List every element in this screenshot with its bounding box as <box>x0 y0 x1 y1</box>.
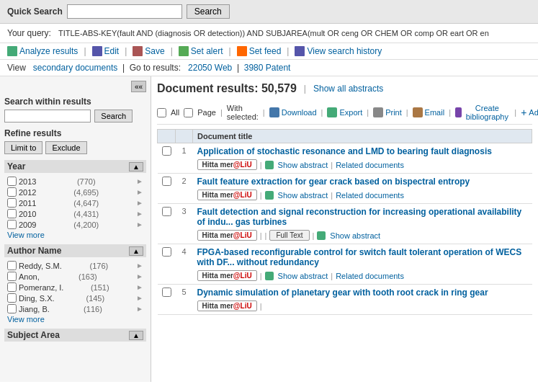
secondary-bar: View secondary documents | Go to results… <box>0 60 538 76</box>
author-arrow-icon: ► <box>136 272 143 280</box>
author-count: (163) <box>79 272 97 281</box>
author-filter-label[interactable]: Pomeranz, I. <box>7 282 63 292</box>
collapse-sidebar-button[interactable]: «« <box>131 81 146 92</box>
limit-to-button[interactable]: Limit to <box>4 141 42 154</box>
bibliography-icon <box>455 107 462 117</box>
doc-title-cell: Application of stochastic resonance and … <box>193 143 532 174</box>
quick-search-bar: Quick Search Search <box>0 0 538 24</box>
year-arrow-icon: ► <box>136 177 143 185</box>
refine-buttons: Limit to Exclude <box>4 141 146 154</box>
author-arrow-icon: ► <box>136 283 143 291</box>
export-icon <box>327 107 337 117</box>
year-count: (4,695) <box>73 188 99 197</box>
hitta-button[interactable]: Hitta mer@LiU <box>197 159 257 170</box>
hitta-button[interactable]: Hitta mer@LiU <box>197 270 257 281</box>
doc-checkbox[interactable] <box>162 288 171 297</box>
year-filter-section: Year ▲ 2013 (770) ► 2012 (4,695) ► 2011 … <box>4 160 146 240</box>
author-filter-label[interactable]: Jiang, B. <box>7 304 50 313</box>
author-toggle-button[interactable]: ▲ <box>129 246 143 256</box>
show-abstract-link[interactable]: Show abstract <box>278 272 328 280</box>
author-filter-label[interactable]: Ding, S.X. <box>7 293 55 303</box>
author-checkbox[interactable] <box>7 261 17 270</box>
view-more-year[interactable]: View more <box>4 231 48 239</box>
year-filter-label[interactable]: 2011 <box>7 198 36 208</box>
show-abstract-link[interactable]: Show abstract <box>330 231 380 240</box>
author-count: (145) <box>86 294 104 303</box>
download-button[interactable]: Download <box>269 107 317 117</box>
author-checkbox[interactable] <box>7 272 17 281</box>
save-link[interactable]: Save <box>145 46 164 56</box>
query-text: TITLE-ABS-KEY(fault AND (diagnosis OR de… <box>58 29 489 37</box>
author-checkbox[interactable] <box>7 293 17 303</box>
viewhistory-link[interactable]: View search history <box>307 46 382 56</box>
doc-checkbox[interactable] <box>162 247 171 257</box>
query-prefix: Your query: <box>7 28 51 38</box>
edit-link[interactable]: Edit <box>104 46 120 56</box>
doc-title-link[interactable]: Fault detection and signal reconstructio… <box>197 207 522 227</box>
related-docs-link[interactable]: Related documents <box>336 191 404 200</box>
setfeed-link[interactable]: Set feed <box>249 46 282 56</box>
web-results-link[interactable]: 22050 Web <box>188 63 232 73</box>
show-abstract-link[interactable]: Show abstract <box>278 161 328 169</box>
hitta-button[interactable]: Hitta mer@LiU <box>197 230 257 241</box>
doc-checkbox[interactable] <box>162 177 171 186</box>
related-docs-link[interactable]: Related documents <box>336 161 404 169</box>
abstract-icon <box>265 191 274 200</box>
year-checkbox[interactable] <box>7 198 17 208</box>
fulltext-button[interactable]: Full Text <box>269 230 309 241</box>
table-header-check <box>158 130 176 143</box>
year-filter-list: 2013 (770) ► 2012 (4,695) ► 2011 (4,647)… <box>4 176 146 230</box>
doc-title-link[interactable]: FPGA-based reconfigurable control for sw… <box>197 247 522 267</box>
exclude-button[interactable]: Exclude <box>45 141 86 154</box>
doc-actions: Hitta mer@LiU | Show abstract| Related d… <box>197 190 528 200</box>
year-filter-label[interactable]: 2010 <box>7 209 36 218</box>
year-checkbox[interactable] <box>7 220 17 229</box>
print-icon <box>373 107 383 117</box>
email-button[interactable]: Email <box>413 107 445 117</box>
bibliography-button[interactable]: Create bibliography <box>455 104 510 121</box>
export-button[interactable]: Export <box>327 107 362 117</box>
doc-title-cell: Fault feature extraction for gear crack … <box>193 174 532 204</box>
add-button[interactable]: + Add <box>521 107 538 117</box>
hitta-button[interactable]: Hitta mer@LiU <box>197 300 257 311</box>
print-button[interactable]: Print <box>373 107 402 117</box>
select-page-checkbox[interactable] <box>184 108 193 117</box>
related-docs-link[interactable]: Related documents <box>336 272 404 280</box>
subject-section-header: Subject Area ▲ <box>4 329 146 342</box>
setalert-link[interactable]: Set alert <box>191 46 223 56</box>
year-checkbox[interactable] <box>7 187 17 197</box>
doc-title-link[interactable]: Fault feature extraction for gear crack … <box>197 177 470 187</box>
select-all-checkbox[interactable] <box>157 108 166 117</box>
show-abstract-link[interactable]: Show abstract <box>278 191 328 200</box>
subject-toggle-button[interactable]: ▲ <box>129 331 143 340</box>
doc-number: 1 <box>176 143 193 174</box>
doc-number: 2 <box>176 174 193 204</box>
doc-title-link[interactable]: Dynamic simulation of planetary gear wit… <box>197 288 488 298</box>
author-checkbox[interactable] <box>7 282 17 292</box>
year-checkbox[interactable] <box>7 177 17 186</box>
year-filter-label[interactable]: 2009 <box>7 220 36 229</box>
quick-search-button[interactable]: Search <box>187 4 230 19</box>
hitta-button[interactable]: Hitta mer@LiU <box>197 190 257 200</box>
doc-actions: Hitta mer@LiU | Show abstract| Related d… <box>197 159 528 170</box>
author-filter-label[interactable]: Anon, <box>7 272 40 281</box>
view-more-author[interactable]: View more <box>4 315 48 324</box>
analyze-link[interactable]: Analyze results <box>19 46 78 56</box>
year-filter-label[interactable]: 2012 <box>7 187 36 197</box>
search-within-button[interactable]: Search <box>94 110 133 122</box>
refine-label: Refine results <box>4 128 146 138</box>
author-checkbox[interactable] <box>7 304 17 313</box>
show-all-abstracts-link[interactable]: Show all abstracts <box>313 84 383 94</box>
secondary-docs-link[interactable]: secondary documents <box>33 63 117 73</box>
doc-checkbox[interactable] <box>162 146 171 156</box>
search-within-input[interactable] <box>4 110 91 122</box>
year-toggle-button[interactable]: ▲ <box>129 162 143 172</box>
year-checkbox[interactable] <box>7 209 17 218</box>
year-arrow-icon: ► <box>136 210 143 218</box>
doc-checkbox[interactable] <box>162 207 171 216</box>
author-filter-label[interactable]: Reddy, S.M. <box>7 261 62 270</box>
doc-title-link[interactable]: Application of stochastic resonance and … <box>197 146 492 156</box>
quick-search-input[interactable] <box>67 4 182 19</box>
year-filter-label[interactable]: 2013 <box>7 177 36 186</box>
patent-results-link[interactable]: 3980 Patent <box>244 63 291 73</box>
